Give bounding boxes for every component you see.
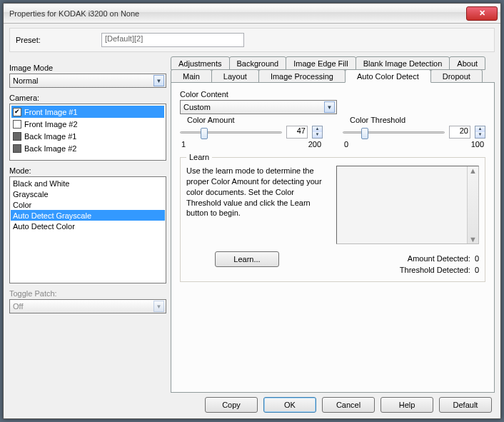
chevron-up-icon[interactable]: ▲ — [469, 166, 477, 175]
tab-blank-image-detection[interactable]: Blank Image Detection — [356, 56, 450, 70]
camera-item-front2[interactable]: Front Image #2 — [11, 118, 164, 130]
checkbox-icon[interactable] — [13, 132, 21, 141]
window-title: Properties for KODAK i3200 on None — [9, 9, 466, 18]
color-content-label: Color Content — [180, 90, 485, 99]
learn-preview: ▲▼ — [336, 166, 479, 244]
camera-item-back1[interactable]: Back Image #1 — [11, 130, 164, 142]
amount-detected-label: Amount Detected: — [385, 254, 470, 263]
mode-list[interactable]: Black and White Grayscale Color Auto Det… — [9, 176, 166, 283]
chevron-up-icon[interactable]: ▲ — [313, 126, 322, 132]
color-amount-max: 200 — [308, 140, 321, 149]
copy-button[interactable]: Copy — [205, 397, 258, 413]
tab-row-2: Main Layout Image Processing Auto Color … — [171, 69, 495, 82]
chevron-down-icon: ▼ — [153, 75, 164, 86]
slider-thumb[interactable] — [361, 128, 368, 139]
learn-button[interactable]: Learn... — [215, 251, 279, 267]
camera-label: Camera: — [9, 94, 166, 102]
close-icon: ✕ — [479, 9, 485, 18]
color-amount-spinner[interactable]: ▲▼ — [312, 126, 323, 139]
tab-about[interactable]: About — [449, 56, 485, 70]
ok-button[interactable]: OK — [263, 397, 316, 413]
tab-main[interactable]: Main — [171, 69, 212, 83]
color-threshold-label: Color Threshold — [350, 116, 485, 124]
tab-image-edge-fill[interactable]: Image Edge Fill — [286, 56, 356, 70]
tab-background[interactable]: Background — [229, 56, 287, 70]
threshold-detected-label: Threshold Detected: — [385, 266, 470, 274]
color-threshold-max: 100 — [471, 140, 484, 149]
camera-list[interactable]: ✔Front Image #1 Front Image #2 Back Imag… — [9, 104, 166, 161]
amount-detected-value: 0 — [475, 254, 479, 263]
mode-item-bw[interactable]: Black and White — [11, 178, 165, 189]
checkbox-icon[interactable]: ✔ — [13, 108, 21, 116]
toggle-patch-label: Toggle Patch: — [9, 289, 166, 298]
toggle-patch-value: Off — [13, 302, 23, 311]
help-button[interactable]: Help — [380, 397, 433, 413]
image-mode-label: Image Mode — [9, 64, 166, 72]
tab-adjustments[interactable]: Adjustments — [171, 56, 230, 70]
chevron-down-icon: ▼ — [324, 101, 335, 113]
learn-legend: Learn — [186, 153, 212, 161]
mode-item-autocolor[interactable]: Auto Detect Color — [11, 221, 165, 231]
color-amount-min: 1 — [181, 140, 186, 149]
mode-label: Mode: — [9, 166, 166, 175]
chevron-up-icon[interactable]: ▲ — [475, 126, 485, 132]
image-mode-select[interactable]: Normal ▼ — [9, 74, 166, 88]
checkbox-icon[interactable] — [13, 120, 21, 129]
tab-dropout[interactable]: Dropout — [430, 69, 483, 83]
camera-item-front1[interactable]: ✔Front Image #1 — [11, 106, 164, 118]
mode-item-autogray[interactable]: Auto Detect Grayscale — [11, 210, 165, 221]
chevron-down-icon: ▼ — [153, 301, 164, 312]
color-threshold-spinner[interactable]: ▲▼ — [475, 126, 485, 139]
chevron-down-icon[interactable]: ▼ — [469, 235, 477, 243]
color-amount-input[interactable]: 47 — [286, 126, 308, 139]
mode-item-color[interactable]: Color — [11, 199, 165, 210]
slider-thumb[interactable] — [201, 128, 208, 139]
tab-row-1: Adjustments Background Image Edge Fill B… — [171, 56, 495, 69]
properties-dialog: Properties for KODAK i3200 on None ✕ Pre… — [3, 3, 501, 419]
chevron-down-icon[interactable]: ▼ — [313, 132, 322, 138]
learn-description: Use the learn mode to determine the prop… — [186, 166, 322, 244]
default-button[interactable]: Default — [439, 397, 492, 413]
color-threshold-input[interactable]: 20 — [449, 126, 470, 139]
cancel-button[interactable]: Cancel — [322, 397, 375, 413]
tab-auto-color-detect[interactable]: Auto Color Detect — [345, 69, 431, 83]
tab-image-processing[interactable]: Image Processing — [258, 69, 346, 83]
tab-panel-auto-color-detect: Color Content Custom ▼ Color Amount 47 ▲… — [171, 82, 495, 393]
close-button[interactable]: ✕ — [466, 6, 498, 21]
tab-layout[interactable]: Layout — [211, 69, 259, 83]
threshold-detected-value: 0 — [475, 266, 479, 274]
preset-row: Preset: [Default][2] — [9, 28, 495, 52]
color-threshold-slider[interactable] — [343, 131, 445, 134]
toggle-patch-select: Off ▼ — [9, 299, 166, 313]
chevron-down-icon[interactable]: ▼ — [475, 132, 485, 138]
color-threshold-min: 0 — [344, 140, 348, 149]
color-content-select[interactable]: Custom ▼ — [180, 100, 337, 114]
preset-field[interactable]: [Default][2] — [101, 33, 244, 47]
titlebar[interactable]: Properties for KODAK i3200 on None ✕ — [4, 4, 500, 24]
learn-group: Learn Use the learn mode to determine th… — [180, 153, 485, 282]
dialog-button-bar: Copy OK Cancel Help Default — [171, 393, 495, 414]
mode-item-gray[interactable]: Grayscale — [11, 189, 165, 199]
color-content-value: Custom — [183, 103, 211, 111]
preset-label: Preset: — [16, 36, 94, 44]
color-amount-label: Color Amount — [187, 116, 323, 124]
scrollbar[interactable]: ▲▼ — [467, 166, 478, 243]
image-mode-value: Normal — [13, 76, 38, 85]
camera-item-back2[interactable]: Back Image #2 — [11, 142, 164, 154]
color-amount-slider[interactable] — [180, 131, 282, 134]
checkbox-icon[interactable] — [13, 144, 21, 153]
